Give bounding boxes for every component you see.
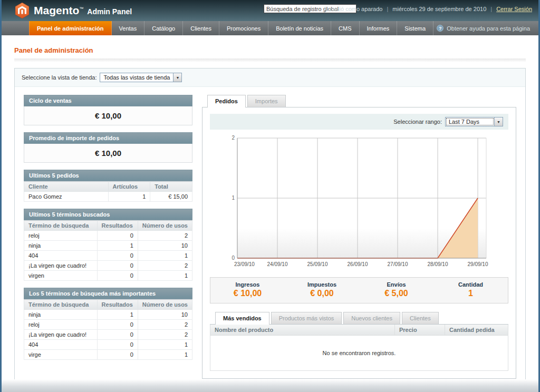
nav-item-cms[interactable]: CMS — [331, 21, 359, 35]
range-label: Seleccionar rango: — [393, 119, 442, 125]
range-select-value: Last 7 Days — [446, 117, 494, 126]
orders-chart: 01223/09/1024/09/1025/09/1026/09/1027/09… — [223, 135, 496, 271]
dashboard-columns: Ciclo de ventas€ 10,00Promedio de import… — [15, 87, 525, 390]
nav-item-ventas[interactable]: Ventas — [112, 21, 145, 35]
products-tab-strip: Más vendidosProductos más vistosNuevos c… — [210, 312, 508, 325]
store-view-select-value: Todas las vistas de tienda — [100, 73, 173, 82]
tab-clientes[interactable]: Clientes — [402, 312, 439, 324]
column-header: Número de usos — [138, 221, 192, 231]
magento-logo: Magento™ Admin Panel — [15, 3, 132, 18]
header-row: ClienteArtículosTotal — [24, 182, 192, 192]
table-row[interactable]: reloj02 — [24, 320, 192, 330]
nav-item-catalogo[interactable]: Catálogo — [144, 21, 183, 35]
x-tick-label: 23/09/10 — [234, 261, 255, 267]
tab-importes[interactable]: Importes — [247, 95, 286, 107]
summary-card: Ciclo de ventas€ 10,00 — [24, 95, 192, 125]
range-select[interactable]: Last 7 Days ▼ — [445, 117, 503, 126]
store-switcher-label: Seleccione la vista de tienda: — [22, 74, 97, 81]
session-info: Accedió como aparado | miércoles 29 de s… — [323, 6, 532, 12]
table-cell: 1 — [138, 251, 192, 261]
table-cell: reloj — [24, 231, 98, 241]
table-cell: 404 — [24, 251, 98, 261]
table-row[interactable]: 40401 — [24, 340, 192, 350]
chart-panel: Seleccionar rango: Last 7 Days ▼ 01223/0… — [202, 107, 516, 379]
table-row[interactable]: virge01 — [24, 350, 192, 360]
store-switcher: Seleccione la vista de tienda: Todas las… — [15, 68, 525, 87]
page-title: Panel de administración — [14, 46, 526, 54]
content-area: Panel de administración Seleccione la vi… — [2, 35, 538, 391]
table-cell: 10 — [138, 241, 192, 251]
summary-card-title: Ciclo de ventas — [24, 95, 192, 106]
table-cell: 1 — [97, 241, 138, 251]
table-row[interactable]: virgen01 — [24, 271, 192, 281]
summary-card: Promedio de importe de pedidos€ 10,00 — [24, 132, 192, 163]
report-table-body: Paco Gomez1€ 15,00 — [24, 192, 192, 202]
total-envios: Envíos€ 5,00 — [359, 278, 433, 303]
nav-item-promociones[interactable]: Promociones — [219, 21, 268, 35]
report-table-head: Término de búsquedaResultadosNúmero de u… — [24, 300, 192, 310]
table-cell: ¡La virgen que cuadro! — [24, 330, 98, 340]
table-cell: 2 — [138, 320, 192, 330]
nav-item-panel-de-administracion[interactable]: Panel de administración — [29, 21, 112, 35]
table-cell: € 15,00 — [150, 192, 192, 202]
x-tick-label: 27/09/10 — [388, 261, 408, 267]
table-row[interactable]: ninja110 — [24, 241, 192, 251]
tab-pedidos[interactable]: Pedidos — [207, 95, 246, 107]
nav-item-sistema[interactable]: Sistema — [397, 21, 433, 35]
table-cell: 0 — [97, 271, 138, 281]
table-cell: 2 — [138, 261, 192, 271]
report-card-ultimos-5-terminos-buscados: Ultimos 5 términos buscadosTérmino de bú… — [24, 209, 192, 281]
admin-page: Magento™ Admin Panel Accedió como aparad… — [0, 0, 540, 392]
total-cantidad: Cantidad1 — [433, 278, 508, 303]
products-table: Nombre del productoPrecioCantidad pedida… — [210, 325, 508, 371]
table-cell: 10 — [138, 310, 192, 320]
table-row[interactable]: ¡La virgen que cuadro!02 — [24, 330, 192, 340]
logout-link[interactable]: Cerrar Sesión — [496, 6, 532, 12]
table-cell: 0 — [97, 251, 138, 261]
table-cell: ninja — [24, 310, 98, 320]
report-table: Término de búsquedaResultadosNúmero de u… — [24, 299, 192, 360]
table-row[interactable]: ¡La virgen que cuadro!02 — [24, 261, 192, 271]
report-card-ultimos-5-pedidos: Ultimos 5 pedidosClienteArtículosTotalPa… — [24, 170, 192, 202]
table-row[interactable]: reloj02 — [24, 231, 192, 241]
help-link[interactable]: ? Obtener ayuda para esta página — [437, 21, 538, 35]
tab-nuevos-clientes[interactable]: Nuevos clientes — [343, 312, 400, 324]
total-value: € 5,00 — [359, 289, 433, 298]
table-cell: 404 — [24, 340, 98, 350]
table-cell: virge — [24, 350, 98, 360]
table-cell: 0 — [97, 231, 138, 241]
table-row[interactable]: ninja110 — [24, 310, 192, 320]
report-table: Término de búsquedaResultadosNúmero de u… — [24, 220, 192, 281]
magento-logo-icon — [15, 3, 29, 18]
chevron-down-icon: ▼ — [173, 73, 181, 82]
report-table: ClienteArtículosTotalPaco Gomez1€ 15,00 — [24, 181, 192, 202]
trademark-symbol: ™ — [79, 6, 83, 11]
total-impuestos: Impuestos€ 0,00 — [285, 278, 359, 303]
tab-productos-mas-vistos[interactable]: Productos más vistos — [271, 312, 342, 324]
table-row[interactable]: Paco Gomez1€ 15,00 — [24, 192, 192, 202]
header-row: Término de búsquedaResultadosNúmero de u… — [24, 300, 192, 310]
column-header: Término de búsqueda — [24, 300, 98, 310]
table-cell: 2 — [138, 330, 192, 340]
empty-message: No se encontraron registros. — [210, 336, 508, 371]
report-table-body: ninja110reloj02¡La virgen que cuadro!024… — [24, 310, 192, 360]
tab-mas-vendidos[interactable]: Más vendidos — [215, 312, 269, 325]
table-cell: reloj — [24, 320, 98, 330]
table-cell: 0 — [97, 320, 138, 330]
column-header: Precio — [395, 325, 445, 336]
column-header: Resultados — [97, 221, 138, 231]
nav-item-informes[interactable]: Informes — [360, 21, 398, 35]
table-row[interactable]: 40401 — [24, 251, 192, 261]
report-card-los-5-terminos-de-busqueda-mas-importantes: Los 5 términos de búsqueda más important… — [24, 288, 192, 360]
total-label: Envíos — [359, 281, 433, 288]
nav-item-clientes[interactable]: Clientes — [183, 21, 219, 35]
table-cell: 1 — [138, 350, 192, 360]
report-table-head: Término de búsquedaResultadosNúmero de u… — [24, 221, 192, 231]
title-divider — [14, 58, 526, 62]
table-cell: 1 — [108, 192, 150, 202]
top-header: Magento™ Admin Panel Accedió como aparad… — [2, 0, 538, 21]
nav-item-boletin-de-noticias[interactable]: Boletín de noticias — [268, 21, 331, 35]
x-tick-label: 26/09/10 — [348, 261, 368, 267]
store-view-select[interactable]: Todas las vistas de tienda ▼ — [100, 73, 182, 82]
footer-strip — [2, 379, 538, 392]
